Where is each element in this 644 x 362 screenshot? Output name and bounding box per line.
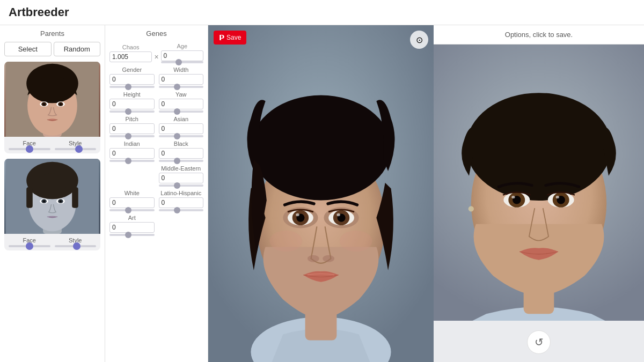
svg-point-21 — [60, 200, 62, 202]
chaos-group: Chaos — [109, 44, 152, 62]
parent-1-face-slider[interactable] — [9, 148, 50, 150]
parents-title: Parents — [4, 29, 100, 38]
save-button[interactable]: 𝗣 Save — [214, 31, 246, 45]
latino-label: Latino-Hispanic — [159, 190, 204, 196]
indian-label: Indian — [109, 141, 155, 147]
yaw-slider[interactable] — [159, 110, 204, 113]
genes-grid: Gender Width Height Yaw — [109, 67, 203, 236]
middle-eastern-slider[interactable] — [159, 184, 204, 187]
yaw-input[interactable] — [159, 99, 204, 109]
asian-input[interactable] — [159, 123, 204, 134]
gene-black: Black — [159, 141, 204, 162]
main-layout: Parents Select Random — [0, 25, 644, 362]
select-button[interactable]: Select — [4, 42, 52, 56]
svg-point-18 — [43, 200, 45, 202]
refresh-icon: ↺ — [535, 336, 544, 349]
gene-latino: Latino-Hispanic — [159, 190, 204, 211]
random-button[interactable]: Random — [54, 42, 101, 56]
age-slider[interactable] — [161, 61, 203, 63]
svg-rect-14 — [26, 187, 33, 208]
parent-2-style-slider[interactable] — [55, 245, 97, 247]
refresh-button[interactable]: ↺ — [527, 330, 551, 354]
gene-width: Width — [159, 67, 204, 88]
svg-point-44 — [466, 93, 611, 201]
black-input[interactable] — [159, 148, 204, 159]
middle-eastern-label: Middle-Eastern — [159, 165, 204, 172]
white-input[interactable] — [109, 197, 155, 208]
gene-asian: Asian — [159, 116, 204, 137]
parent-card-1: Face Style — [4, 62, 100, 153]
indian-input[interactable] — [109, 148, 155, 159]
yaw-label: Yaw — [159, 91, 204, 98]
parent-2-sliders: Face Style — [4, 234, 100, 250]
gender-slider[interactable] — [109, 86, 155, 88]
parent-2-face-group: Face — [9, 237, 50, 247]
image-section: 𝗣 Save ⊙ — [208, 25, 644, 362]
pitch-label: Pitch — [109, 116, 155, 122]
art-input[interactable] — [109, 222, 155, 233]
latino-input[interactable] — [159, 197, 204, 208]
camera-icon: ⊙ — [416, 35, 423, 45]
svg-point-37 — [308, 255, 319, 262]
parent-card-2: Face Style — [4, 159, 100, 250]
options-images — [434, 45, 644, 321]
art-slider[interactable] — [109, 234, 155, 236]
gene-pitch: Pitch — [109, 116, 155, 137]
latino-slider[interactable] — [159, 209, 204, 211]
indian-slider[interactable] — [109, 160, 155, 162]
app-header: Artbreeder — [0, 0, 644, 25]
black-label: Black — [159, 141, 204, 147]
white-slider[interactable] — [109, 209, 155, 211]
width-label: Width — [159, 67, 204, 73]
age-label: Age — [177, 43, 188, 49]
height-label: Height — [109, 91, 155, 98]
gender-label: Gender — [109, 67, 155, 73]
svg-point-35 — [296, 213, 299, 216]
gene-middle-eastern: Middle-Eastern — [159, 165, 204, 187]
camera-button[interactable]: ⊙ — [410, 31, 428, 49]
parent-image-1 — [4, 62, 100, 137]
svg-point-38 — [323, 255, 334, 262]
pinterest-icon: 𝗣 — [219, 33, 224, 42]
gene-art: Art — [109, 215, 155, 236]
height-slider[interactable] — [109, 110, 155, 113]
image-area: 𝗣 Save ⊙ — [208, 25, 644, 362]
chaos-age-row: Chaos × Age — [109, 41, 203, 63]
age-group: Age — [161, 43, 203, 63]
gene-indian: Indian — [109, 141, 155, 162]
pitch-input[interactable] — [109, 123, 155, 134]
height-input[interactable] — [109, 99, 155, 109]
svg-point-36 — [336, 213, 340, 216]
pitch-slider[interactable] — [109, 135, 155, 137]
svg-rect-15 — [72, 187, 78, 208]
parent-1-style-slider[interactable] — [55, 148, 97, 150]
width-slider[interactable] — [159, 86, 204, 88]
save-label: Save — [226, 34, 241, 41]
gender-input[interactable] — [109, 74, 155, 85]
svg-point-6 — [43, 103, 45, 105]
svg-point-40 — [340, 231, 372, 252]
parent-1-style-group: Style — [55, 140, 97, 150]
parents-panel: Parents Select Random — [0, 25, 105, 362]
parent-image-2 — [4, 159, 100, 234]
middle-eastern-input[interactable] — [159, 173, 204, 183]
svg-point-52 — [556, 196, 559, 198]
parent-1-sliders: Face Style — [4, 137, 100, 153]
genes-title: Genes — [109, 25, 203, 41]
app-title: Artbreeder — [9, 5, 635, 19]
asian-slider[interactable] — [159, 135, 204, 137]
white-label: White — [109, 190, 155, 196]
svg-point-53 — [469, 206, 474, 211]
width-input[interactable] — [159, 74, 204, 85]
svg-point-9 — [60, 103, 62, 105]
black-slider[interactable] — [159, 160, 204, 162]
main-face-art — [208, 25, 434, 362]
parent-2-face-slider[interactable] — [9, 245, 50, 247]
parent-face-svg-2 — [4, 159, 100, 234]
genes-panel: Genes Chaos × Age Gender Width — [105, 25, 208, 362]
option-image-1[interactable] — [434, 45, 644, 321]
chaos-input[interactable] — [109, 51, 152, 62]
gene-yaw: Yaw — [159, 91, 204, 113]
gene-gender: Gender — [109, 67, 155, 88]
chaos-multiply-icon: × — [154, 53, 158, 61]
